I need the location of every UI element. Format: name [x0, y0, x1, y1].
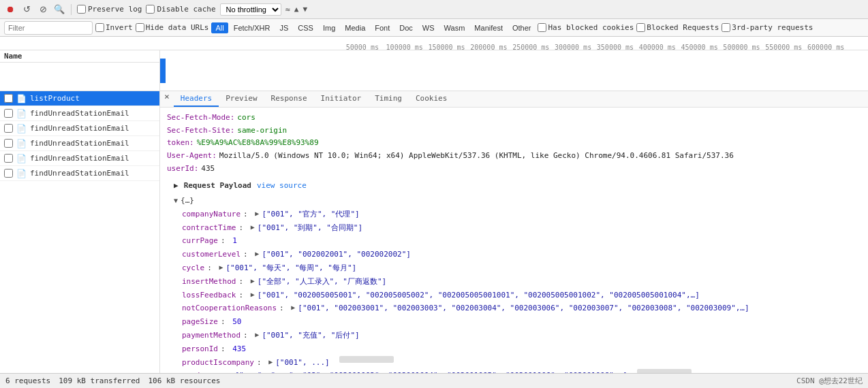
header-val: %E9%A9%AC%E8%8A%99%E8%93%89	[197, 137, 319, 150]
blocked-requests-text: Blocked Requests	[647, 23, 719, 32]
header-val: cors	[237, 112, 255, 125]
main-area: 📄listProduct📄findUnreadStationEmail📄find…	[0, 91, 868, 373]
timeline-label-11: 600000 ms	[807, 44, 844, 51]
request-name: findUnreadStationEmail	[30, 169, 129, 178]
request-checkbox[interactable]	[4, 169, 13, 178]
request-row[interactable]: 📄findUnreadStationEmail	[0, 166, 159, 181]
detail-tab-timing[interactable]: Timing	[368, 91, 409, 107]
hide-data-urls-checkbox[interactable]	[136, 23, 144, 32]
has-blocked-checkbox[interactable]	[538, 23, 546, 32]
preserve-log-checkbox[interactable]	[77, 5, 86, 14]
payload-key: contractTime	[182, 221, 236, 235]
export-icon[interactable]: ▼	[303, 5, 307, 14]
request-row[interactable]: 📄findUnreadStationEmail	[0, 106, 159, 121]
doc-icon: 📄	[16, 154, 27, 163]
refresh-button[interactable]: ↺	[20, 3, 33, 16]
payload-toggle[interactable]: ▶	[255, 329, 259, 341]
payload-key: productIscompany	[182, 356, 254, 370]
request-checkbox[interactable]	[4, 94, 13, 103]
filter-input[interactable]	[4, 21, 93, 35]
request-checkbox[interactable]	[4, 109, 13, 118]
detail-tab-headers[interactable]: Headers	[174, 91, 219, 107]
header-key: token:	[167, 137, 194, 150]
payload-toggle[interactable]: ▼	[174, 195, 178, 206]
request-checkbox[interactable]	[4, 154, 13, 163]
list-item: prod...: ▶["...", "...", "02", "00200100…	[182, 369, 854, 373]
blocked-requests-label[interactable]: Blocked Requests	[636, 23, 719, 32]
detail-tab-cookies[interactable]: Cookies	[409, 91, 454, 107]
payload-root-label: {…}	[181, 195, 194, 208]
payload-toggle[interactable]: ▶	[251, 221, 255, 233]
payload-toggle[interactable]: ▶	[268, 356, 273, 368]
detail-tab-initiator[interactable]: Initiator	[314, 91, 369, 107]
hide-data-urls-label[interactable]: Hide data URLs	[136, 23, 209, 32]
timeline: 50000 ms100000 ms150000 ms200000 ms25000…	[0, 37, 868, 50]
network-conditions-icon: ≈	[285, 5, 290, 14]
payload-toggle[interactable]: ▶	[255, 248, 259, 260]
payload-toggle[interactable]: ▶	[251, 289, 255, 301]
header-key: userId:	[167, 163, 198, 176]
has-blocked-label[interactable]: Has blocked cookies	[538, 23, 634, 32]
disable-cache-checkbox[interactable]	[146, 5, 155, 14]
filter-tab-ws[interactable]: WS	[418, 22, 439, 33]
filter-tab-fetch/xhr[interactable]: Fetch/XHR	[230, 22, 275, 33]
request-name: listProduct	[30, 94, 80, 103]
list-item: productIscompany: ▶["001", ...]	[182, 356, 854, 370]
filter-tab-wasm[interactable]: Wasm	[440, 22, 469, 33]
request-row[interactable]: 📄listProduct	[0, 91, 159, 106]
filter-tab-img[interactable]: Img	[319, 22, 339, 33]
payload-key: lossFeedback	[182, 289, 236, 302]
preserve-log-text: Preserve log	[88, 5, 142, 14]
search-button[interactable]: 🔍	[53, 3, 65, 16]
list-item: insertMethod: ▶["全部", "人工录入", "厂商返数"]	[182, 275, 854, 289]
throttle-select[interactable]: No throttling	[220, 3, 281, 16]
invert-checkbox[interactable]	[95, 23, 104, 32]
transferred-size: 109 kB transferred	[59, 376, 140, 385]
invert-label[interactable]: Invert	[95, 23, 133, 32]
payload-toggle[interactable]: ▶	[291, 302, 295, 314]
list-item: paymentMethod: ▶["001", "充值", "后付"]	[182, 329, 854, 342]
timeline-label-7: 400000 ms	[639, 44, 676, 51]
separator-1	[71, 4, 72, 15]
request-row[interactable]: 📄findUnreadStationEmail	[0, 151, 159, 166]
payload-toggle[interactable]: ▶	[219, 261, 223, 274]
filter-tab-js[interactable]: JS	[276, 22, 293, 33]
third-party-label[interactable]: 3rd-party requests	[722, 23, 813, 32]
request-checkbox[interactable]	[4, 139, 13, 148]
detail-tab-response[interactable]: Response	[264, 91, 314, 107]
censored-data	[637, 369, 692, 373]
filter-tab-font[interactable]: Font	[371, 22, 394, 33]
disable-cache-label[interactable]: Disable cache	[146, 5, 215, 14]
detail-tab-preview[interactable]: Preview	[219, 91, 264, 107]
payload-toggle[interactable]: ▶	[228, 369, 232, 373]
third-party-checkbox[interactable]	[722, 23, 730, 32]
payload-toggle[interactable]: ▶	[251, 275, 255, 287]
request-checkbox[interactable]	[4, 124, 13, 133]
filter-button[interactable]: ⊘	[37, 3, 49, 16]
payload-colon: :	[216, 369, 225, 373]
request-row[interactable]: 📄findUnreadStationEmail	[0, 136, 159, 151]
blocked-requests-checkbox[interactable]	[636, 23, 645, 32]
request-row[interactable]: 📄findUnreadStationEmail	[0, 121, 159, 136]
header-row: userId:435	[167, 163, 861, 176]
filter-tab-other[interactable]: Other	[508, 22, 536, 33]
status-bar: 6 requests 109 kB transferred 106 kB res…	[0, 373, 868, 388]
filter-tab-css[interactable]: CSS	[294, 22, 317, 33]
payload-key: personId	[182, 342, 218, 356]
payload-toggle[interactable]: ▶	[255, 208, 259, 220]
filter-bar: Invert Hide data URLs AllFetch/XHRJSCSSI…	[0, 19, 868, 37]
timeline-label-1: 100000 ms	[386, 44, 423, 51]
close-panel-button[interactable]: ×	[163, 91, 171, 107]
list-item: contractTime: ▶["001", "到期", "合同期"]	[182, 221, 854, 235]
filter-tab-manifest[interactable]: Manifest	[470, 22, 507, 33]
header-val: 435	[201, 163, 215, 176]
filter-tab-doc[interactable]: Doc	[395, 22, 417, 33]
stop-button[interactable]: ⏺	[4, 3, 16, 16]
filter-tab-all[interactable]: All	[211, 22, 228, 33]
filter-tab-media[interactable]: Media	[341, 22, 369, 33]
payload-title: ▶ Request Payload view source	[174, 178, 854, 195]
preserve-log-label[interactable]: Preserve log	[77, 5, 142, 14]
payload-colon: :	[243, 248, 252, 261]
import-icon[interactable]: ▲	[294, 5, 299, 14]
view-source-link[interactable]: view source	[257, 180, 307, 193]
